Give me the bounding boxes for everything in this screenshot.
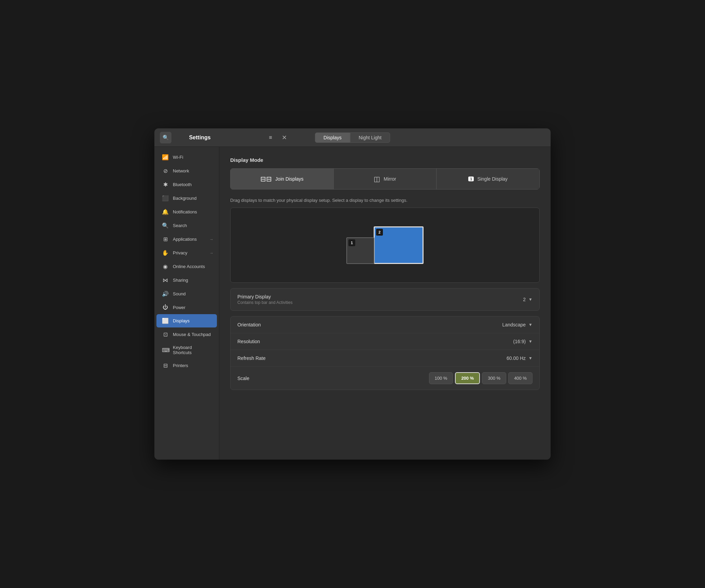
sidebar-item-mouse-touchpad[interactable]: ⊡Mouse & Touchpad <box>156 328 217 341</box>
primary-display-dropdown-arrow: ▼ <box>528 297 533 302</box>
mode-mirror[interactable]: ◫ Mirror <box>333 168 437 190</box>
refresh-rate-label: Refresh Rate <box>237 355 507 361</box>
sharing-icon: ⋈ <box>162 277 169 283</box>
monitor-2-label: 2 <box>376 229 383 236</box>
resolution-dropdown-arrow: ▼ <box>528 339 533 344</box>
power-icon: ⏻ <box>162 304 169 310</box>
sidebar-item-label-sound: Sound <box>173 291 186 296</box>
display-canvas[interactable]: 1 2 <box>230 208 540 283</box>
display-mode-row: ⊟⊟ Join Displays ◫ Mirror 1 Single Displ… <box>230 168 540 190</box>
sidebar-item-displays[interactable]: ⬜Displays <box>156 314 217 327</box>
sidebar-item-search[interactable]: 🔍Search <box>156 219 217 232</box>
sidebar-item-background[interactable]: ⬛Background <box>156 192 217 205</box>
primary-display-label-text: Primary Display Contains top bar and Act… <box>237 294 523 305</box>
mode-mirror-label: Mirror <box>384 176 396 182</box>
privacy-arrow-icon: → <box>209 251 213 255</box>
mirror-icon: ◫ <box>374 175 380 183</box>
resolution-value[interactable]: (16:9) ▼ <box>513 339 533 344</box>
titlebar-right: ≡ ✕ <box>225 132 290 143</box>
mode-single-display[interactable]: 1 Single Display <box>436 168 540 190</box>
sidebar-item-label-network: Network <box>173 168 189 173</box>
sidebar-item-label-keyboard-shortcuts: Keyboard Shortcuts <box>173 345 211 355</box>
sidebar-item-printers[interactable]: ⊟Printers <box>156 359 217 372</box>
content-area: Display Mode ⊟⊟ Join Displays ◫ Mirror 1… <box>219 147 551 460</box>
sidebar: 📶Wi-Fi⊘Network✱Bluetooth⬛Background🔔Noti… <box>154 147 219 460</box>
scale-label: Scale <box>237 376 429 381</box>
keyboard-shortcuts-icon: ⌨ <box>162 347 169 353</box>
display-area: 1 2 <box>346 226 424 264</box>
sidebar-item-keyboard-shortcuts[interactable]: ⌨Keyboard Shortcuts <box>156 341 217 359</box>
tab-night-light[interactable]: Night Light <box>350 132 390 143</box>
sidebar-item-label-printers: Printers <box>173 363 188 368</box>
orientation-label: Orientation <box>237 322 502 327</box>
sidebar-item-label-power: Power <box>173 305 185 310</box>
sidebar-item-bluetooth[interactable]: ✱Bluetooth <box>156 178 217 191</box>
sidebar-item-label-notifications: Notifications <box>173 209 197 214</box>
refresh-rate-value[interactable]: 60.00 Hz ▼ <box>507 355 533 361</box>
sidebar-item-online-accounts[interactable]: ◉Online Accounts <box>156 260 217 273</box>
notifications-icon: 🔔 <box>162 209 169 215</box>
sidebar-item-label-bluetooth: Bluetooth <box>173 182 192 187</box>
orientation-value[interactable]: Landscape ▼ <box>502 322 533 327</box>
resolution-label: Resolution <box>237 339 513 344</box>
sidebar-item-label-sharing: Sharing <box>173 278 188 283</box>
mouse-touchpad-icon: ⊡ <box>162 331 169 338</box>
scale-200[interactable]: 200 % <box>455 372 480 384</box>
mode-single-label: Single Display <box>477 176 508 182</box>
sidebar-item-applications[interactable]: ⊞Applications→ <box>156 233 217 246</box>
sidebar-item-network[interactable]: ⊘Network <box>156 164 217 178</box>
scale-row: Scale 100 % 200 % 300 % 400 % <box>231 367 539 390</box>
sidebar-item-label-search: Search <box>173 223 187 228</box>
sidebar-item-label-background: Background <box>173 196 196 201</box>
monitor-2[interactable]: 2 <box>374 226 424 264</box>
scale-300[interactable]: 300 % <box>482 372 506 384</box>
sidebar-item-notifications[interactable]: 🔔Notifications <box>156 205 217 219</box>
sidebar-item-wifi[interactable]: 📶Wi-Fi <box>156 151 217 164</box>
sidebar-item-label-privacy: Privacy <box>173 250 188 255</box>
window-title: Settings <box>175 135 225 141</box>
tabs-center: Displays Night Light <box>315 132 390 143</box>
scale-100[interactable]: 100 % <box>429 372 453 384</box>
sidebar-item-label-applications: Applications <box>173 237 197 242</box>
mode-join-displays[interactable]: ⊟⊟ Join Displays <box>230 168 333 190</box>
background-icon: ⬛ <box>162 195 169 201</box>
primary-display-row: Primary Display Contains top bar and Act… <box>231 289 539 310</box>
applications-arrow-icon: → <box>209 237 213 242</box>
displays-icon: ⬜ <box>162 318 169 324</box>
close-button[interactable]: ✕ <box>279 132 290 143</box>
orientation-row: Orientation Landscape ▼ <box>231 317 539 333</box>
monitor-1[interactable]: 1 <box>346 237 374 264</box>
refresh-rate-row: Refresh Rate 60.00 Hz ▼ <box>231 350 539 367</box>
search-icon-btn[interactable]: 🔍 <box>160 132 171 143</box>
bluetooth-icon: ✱ <box>162 181 169 188</box>
sidebar-item-label-mouse-touchpad: Mouse & Touchpad <box>173 332 211 337</box>
online-accounts-icon: ◉ <box>162 263 169 270</box>
titlebar-left: 🔍 Settings <box>160 132 225 143</box>
scale-options: 100 % 200 % 300 % 400 % <box>429 372 533 384</box>
sidebar-item-sharing[interactable]: ⋈Sharing <box>156 274 217 287</box>
drag-instruction: Drag displays to match your physical dis… <box>230 198 540 203</box>
refresh-rate-dropdown-arrow: ▼ <box>528 356 533 361</box>
sidebar-item-label-online-accounts: Online Accounts <box>173 264 205 269</box>
join-icon: ⊟⊟ <box>260 175 272 183</box>
primary-display-value[interactable]: 2 ▼ <box>523 297 533 302</box>
sidebar-item-sound[interactable]: 🔊Sound <box>156 287 217 300</box>
resolution-row: Resolution (16:9) ▼ <box>231 333 539 350</box>
printers-icon: ⊟ <box>162 362 169 369</box>
search-icon: 🔍 <box>162 222 169 229</box>
sidebar-item-label-wifi: Wi-Fi <box>173 155 183 160</box>
primary-display-card: Primary Display Contains top bar and Act… <box>230 288 540 311</box>
applications-icon: ⊞ <box>162 236 169 242</box>
sidebar-item-privacy[interactable]: ✋Privacy→ <box>156 246 217 260</box>
sidebar-item-power[interactable]: ⏻Power <box>156 301 217 314</box>
orientation-dropdown-arrow: ▼ <box>528 322 533 327</box>
tab-displays[interactable]: Displays <box>315 132 350 143</box>
sound-icon: 🔊 <box>162 291 169 297</box>
filter-icon-btn[interactable]: ≡ <box>265 132 276 143</box>
privacy-icon: ✋ <box>162 250 169 256</box>
wifi-icon: 📶 <box>162 154 169 160</box>
titlebar: 🔍 Settings Displays Night Light ≡ ✕ <box>154 128 551 147</box>
single-badge: 1 <box>468 177 474 181</box>
scale-400[interactable]: 400 % <box>508 372 533 384</box>
main-area: 📶Wi-Fi⊘Network✱Bluetooth⬛Background🔔Noti… <box>154 147 551 460</box>
